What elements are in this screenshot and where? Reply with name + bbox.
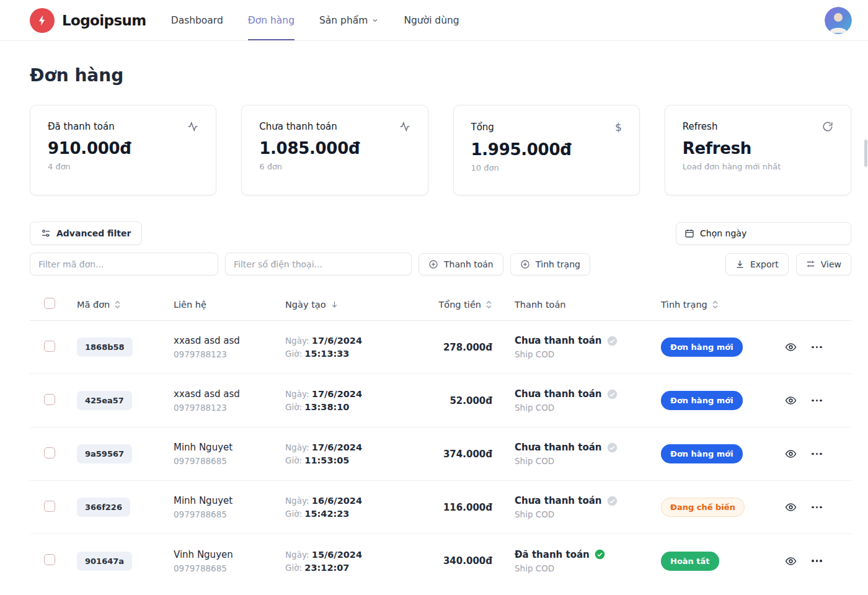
view-order-icon[interactable] xyxy=(785,341,797,353)
date-picker-label: Chọn ngày xyxy=(700,228,746,238)
col-header-total: Tổng tiền xyxy=(438,300,481,310)
card-paid-label: Đã thanh toán xyxy=(48,121,115,132)
circle-plus-icon xyxy=(428,259,438,269)
row-checkbox[interactable] xyxy=(44,554,55,565)
status-badge: Đang chế biến xyxy=(661,498,745,517)
nav-item-dashboard[interactable]: Dashboard xyxy=(171,0,223,40)
view-button[interactable]: View xyxy=(796,253,851,275)
more-actions-icon[interactable] xyxy=(812,506,822,509)
view-order-icon[interactable] xyxy=(785,501,797,513)
status-badge: Đơn hàng mới xyxy=(661,338,743,357)
ship-method: Ship COD xyxy=(515,456,646,466)
payment-status-text: Chưa thanh toán xyxy=(515,442,602,453)
nav-item-products-label: Sản phẩm xyxy=(319,15,368,26)
row-checkbox[interactable] xyxy=(44,394,55,405)
card-refresh[interactable]: Refresh Refresh Load đơn hàng mới nhất xyxy=(665,105,851,195)
user-avatar[interactable] xyxy=(825,7,852,34)
filter-settings-icon xyxy=(41,228,51,238)
advanced-filter-button[interactable]: Advanced filter xyxy=(30,221,142,245)
time-value: 15:13:33 xyxy=(304,349,349,359)
view-order-icon[interactable] xyxy=(785,395,797,406)
card-total-label: Tổng xyxy=(471,122,494,133)
view-order-icon[interactable] xyxy=(785,448,797,460)
status-filter-label: Tình trạng xyxy=(536,259,580,269)
date-value: 15/6/2024 xyxy=(312,550,362,560)
payment-status-text: Chưa thanh toán xyxy=(515,495,602,506)
table-header-row: Mã đơn Liên hệ Ngày tạo Tổng tiền Thanh … xyxy=(30,289,851,321)
date-value: 16/6/2024 xyxy=(312,496,362,506)
payment-filter-button[interactable]: Thanh toán xyxy=(418,253,503,275)
table-row: 366f226 Minh Nguyet 0979788685 Ngày: 16/… xyxy=(30,481,851,534)
ship-method: Ship COD xyxy=(515,563,646,573)
ship-method: Ship COD xyxy=(515,509,646,519)
contact-phone: 0979788685 xyxy=(174,563,280,573)
refresh-icon[interactable] xyxy=(822,121,833,132)
main-nav: Dashboard Đơn hàng Sản phẩm Người dùng xyxy=(171,0,459,40)
table-actions-group: Export View xyxy=(725,253,851,275)
col-header-status: Tình trạng xyxy=(661,300,707,310)
sort-both-icon[interactable] xyxy=(485,300,492,309)
card-refresh-value: Refresh xyxy=(683,139,833,158)
order-id-badge: 901647a xyxy=(77,552,132,571)
sort-desc-icon[interactable] xyxy=(330,300,339,308)
time-value: 11:53:05 xyxy=(304,455,349,465)
date-value: 17/6/2024 xyxy=(312,442,362,452)
status-badge: Đơn hàng mới xyxy=(661,444,743,463)
more-actions-icon[interactable] xyxy=(812,346,822,349)
time-value: 13:38:10 xyxy=(304,402,349,412)
more-actions-icon[interactable] xyxy=(812,560,822,562)
orders-page: Đơn hàng Đã thanh toán 910.000đ 4 đơn Ch… xyxy=(0,65,868,588)
status-filter-button[interactable]: Tình trạng xyxy=(510,253,590,275)
row-checkbox[interactable] xyxy=(44,447,55,459)
advanced-filter-label: Advanced filter xyxy=(56,228,131,238)
card-total-sub: 10 đơn xyxy=(471,163,622,172)
time-label: Giờ: xyxy=(285,402,302,412)
select-all-checkbox[interactable] xyxy=(44,298,55,309)
nav-item-users[interactable]: Người dùng xyxy=(404,0,459,40)
brand-name: Logoipsum xyxy=(62,12,146,29)
order-code-filter-input[interactable] xyxy=(30,253,218,275)
sort-both-icon[interactable] xyxy=(712,300,719,309)
order-id-badge: 1868b58 xyxy=(77,338,133,357)
more-actions-icon[interactable] xyxy=(812,453,822,455)
card-refresh-sub: Load đơn hàng mới nhất xyxy=(683,162,833,171)
brand-logo[interactable]: Logoipsum xyxy=(30,0,146,40)
nav-item-products[interactable]: Sản phẩm xyxy=(319,0,379,40)
sort-both-icon[interactable] xyxy=(114,300,121,309)
chevron-down-icon xyxy=(371,17,379,24)
ship-method: Ship COD xyxy=(515,403,646,413)
contact-name: xxasd asd asd xyxy=(174,335,280,346)
contact-phone: 0979788685 xyxy=(174,509,280,519)
contact-phone: 0979788685 xyxy=(174,456,280,466)
payment-status-text: Chưa thanh toán xyxy=(515,335,602,346)
card-unpaid: Chưa thanh toán 1.085.000đ 6 đơn xyxy=(241,105,428,195)
date-label: Ngày: xyxy=(285,389,309,399)
order-amount: 116.000đ xyxy=(410,502,497,513)
time-value: 23:12:07 xyxy=(304,563,349,573)
page-title: Đơn hàng xyxy=(30,65,851,86)
view-label: View xyxy=(821,259,841,269)
time-value: 15:42:23 xyxy=(304,509,349,519)
row-checkbox[interactable] xyxy=(44,341,55,352)
scrollbar-thumb[interactable] xyxy=(864,140,867,167)
card-paid-value: 910.000đ xyxy=(48,139,198,158)
export-button[interactable]: Export xyxy=(725,253,789,275)
more-actions-icon[interactable] xyxy=(812,400,822,402)
view-order-icon[interactable] xyxy=(785,555,797,567)
date-label: Ngày: xyxy=(285,336,309,346)
date-picker-button[interactable]: Chọn ngày xyxy=(676,222,851,245)
orders-table: Mã đơn Liên hệ Ngày tạo Tổng tiền Thanh … xyxy=(30,289,851,588)
nav-item-orders[interactable]: Đơn hàng xyxy=(248,0,294,40)
order-amount: 340.000đ xyxy=(410,555,497,566)
time-label: Giờ: xyxy=(285,455,302,465)
order-amount: 278.000đ xyxy=(410,342,497,353)
col-header-payment: Thanh toán xyxy=(515,300,566,310)
date-value: 17/6/2024 xyxy=(312,389,362,399)
phone-filter-input[interactable] xyxy=(225,253,412,275)
check-circle-icon xyxy=(607,496,618,506)
row-checkbox[interactable] xyxy=(44,501,55,512)
export-label: Export xyxy=(750,259,779,269)
filter-bar-top: Advanced filter Chọn ngày xyxy=(30,221,851,245)
top-navbar: Logoipsum Dashboard Đơn hàng Sản phẩm Ng… xyxy=(0,0,868,41)
card-refresh-label: Refresh xyxy=(683,121,718,132)
